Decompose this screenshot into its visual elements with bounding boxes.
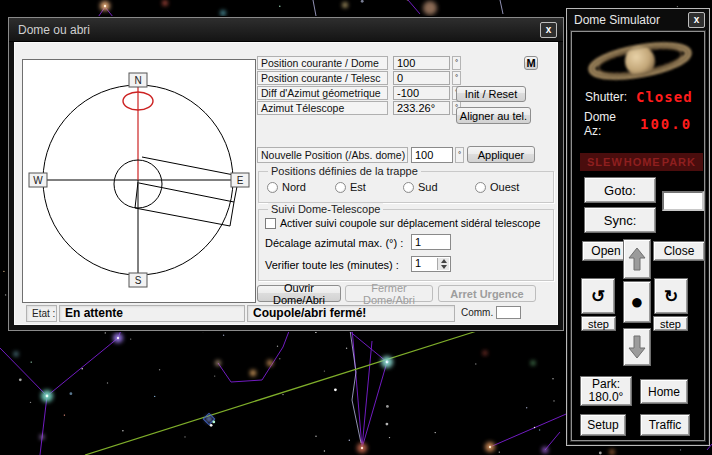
close-icon[interactable]: x — [540, 22, 557, 38]
row-value: -100 — [393, 86, 450, 100]
interval-label: Verifier toute les (minutes) : — [265, 258, 399, 273]
park-button[interactable]: Park: 180.0° — [580, 376, 632, 406]
comm-indicator — [496, 306, 521, 319]
home-button[interactable]: Home — [640, 379, 688, 404]
m-button[interactable]: M — [524, 56, 538, 70]
tracking-group-title: Suivi Dome-Telescope — [268, 203, 383, 215]
north-label: N — [134, 75, 141, 86]
spinner-down-icon[interactable] — [441, 265, 447, 269]
row-value: 0 — [393, 71, 450, 85]
tracking-checkbox-row[interactable]: Activer suivi coupole sur déplacement si… — [265, 217, 540, 229]
new-position-label: Nouvelle Position (/Abs. dome) — [257, 147, 408, 163]
trap-positions-group: Positions définies de la trappe Nord Est… — [258, 171, 554, 203]
rotate-ccw-icon: ↺ — [591, 288, 605, 305]
close-dome-button[interactable]: Fermer Dome/Abri — [345, 285, 433, 302]
radio-icon[interactable] — [475, 182, 486, 193]
dome-az-label-line1: Dome — [584, 110, 616, 124]
status-bar: Etat : En attente Coupole/abri fermé! Co… — [15, 305, 557, 322]
west-label: W — [33, 175, 43, 186]
new-position-unit: ° — [455, 147, 464, 163]
max-offset-label: Décalage azimutal max. (°) : — [265, 236, 403, 251]
rotate-ccw-button[interactable]: ↺ — [581, 278, 615, 314]
new-position-row: Nouvelle Position (/Abs. dome) ° — [257, 147, 464, 163]
dome-window-client: N S W E Position courante / Dome 100 ° P… — [14, 42, 558, 325]
status-value: En attente — [59, 305, 245, 322]
shutter-status-value: Closed — [636, 89, 693, 105]
position-row: Position courante / Dome 100 ° — [257, 56, 461, 70]
init-reset-button[interactable]: Init / Reset — [456, 86, 526, 102]
radio-label: Est — [350, 181, 366, 193]
azimuth-input[interactable] — [662, 191, 704, 211]
dome-compass-canvas[interactable]: N S W E — [22, 59, 256, 303]
stop-icon: ● — [630, 291, 643, 313]
row-value: 100 — [393, 56, 450, 70]
close-icon[interactable]: x — [688, 12, 705, 28]
rotate-cw-icon: ↻ — [664, 288, 678, 305]
row-label: Position courante / Telesc — [257, 71, 388, 85]
rotate-cw-button[interactable]: ↻ — [654, 278, 688, 314]
row-label: Position courante / Dome — [257, 56, 388, 70]
arrow-down-icon — [627, 334, 647, 360]
shutter-close-button[interactable]: Close — [653, 241, 705, 261]
interval-value: 1 — [415, 257, 421, 269]
home-indicator: HOME — [624, 156, 661, 168]
step-cw-button[interactable]: step — [653, 316, 688, 331]
radio-ouest[interactable]: Ouest — [475, 181, 519, 193]
simulator-titlebar[interactable]: Dome Simulator x — [567, 9, 709, 30]
radio-icon[interactable] — [267, 182, 278, 193]
interval-spinner[interactable] — [437, 258, 449, 270]
mode-indicator-bar: SLEW HOME PARK — [580, 153, 703, 171]
status-label: Etat : — [26, 305, 57, 322]
status-message: Coupole/abri fermé! — [247, 305, 455, 322]
radio-nord[interactable]: Nord — [267, 181, 306, 193]
max-offset-input[interactable] — [411, 234, 451, 250]
row-value: 233.26° — [393, 101, 450, 115]
comm-label: Comm. — [461, 305, 493, 322]
radio-icon[interactable] — [335, 182, 346, 193]
telescope-tube-lines — [135, 157, 239, 226]
radio-label: Sud — [418, 181, 438, 193]
radio-label: Nord — [282, 181, 306, 193]
park-button-line2: 180.0° — [589, 391, 624, 404]
simulator-frame: Shutter: Closed Dome Az: 100.0 SLEW HOME… — [571, 31, 705, 441]
park-indicator: PARK — [662, 156, 696, 168]
apply-button[interactable]: Appliquer — [467, 146, 535, 163]
dome-az-value: 100.0 — [640, 116, 692, 132]
dome-window-titlebar[interactable]: Dome ou abri x — [9, 18, 563, 42]
position-row: Azimut Télescope 233.26° ° — [257, 101, 461, 115]
east-label: E — [237, 175, 244, 186]
interval-input[interactable]: 1 — [411, 256, 451, 272]
goto-button[interactable]: Goto: — [584, 177, 656, 203]
row-unit: ° — [452, 56, 461, 70]
open-dome-button[interactable]: Ouvrir Dome/Abri — [257, 285, 341, 302]
dome-simulator-panel: Dome Simulator x Shutter: Closed Dome Az… — [566, 8, 710, 446]
saturn-image — [584, 38, 696, 84]
traffic-button[interactable]: Traffic — [640, 414, 690, 436]
emergency-stop-button[interactable]: Arret Urgence — [438, 285, 536, 302]
align-to-telescope-button[interactable]: Aligner au tel. — [456, 107, 531, 124]
radio-sud[interactable]: Sud — [403, 181, 438, 193]
dome-az-label-line2: Az: — [584, 124, 601, 138]
setup-button[interactable]: Setup — [580, 414, 626, 436]
tracking-group: Suivi Dome-Telescope Activer suivi coupo… — [258, 209, 554, 281]
dome-control-window: Dome ou abri x N S — [8, 17, 564, 331]
shutter-down-button[interactable] — [623, 328, 651, 366]
shutter-up-button[interactable] — [623, 239, 651, 279]
simulator-title: Dome Simulator — [574, 13, 660, 27]
checkbox-icon[interactable] — [265, 218, 276, 229]
new-position-input[interactable] — [411, 147, 453, 163]
sync-button[interactable]: Sync: — [584, 207, 656, 233]
spinner-up-icon[interactable] — [441, 259, 447, 263]
radio-label: Ouest — [490, 181, 519, 193]
slew-indicator: SLEW — [587, 156, 623, 168]
row-label: Diff d'Azimut géometrique — [257, 86, 388, 100]
step-ccw-button[interactable]: step — [581, 316, 616, 331]
position-row: Diff d'Azimut géometrique -100 ° — [257, 86, 461, 100]
south-label: S — [135, 275, 142, 286]
stop-button[interactable]: ● — [623, 281, 651, 323]
position-row: Position courante / Telesc 0 ° — [257, 71, 461, 85]
radio-icon[interactable] — [403, 182, 414, 193]
window-title: Dome ou abri — [18, 23, 90, 37]
radio-est[interactable]: Est — [335, 181, 366, 193]
arrow-up-icon — [627, 246, 647, 272]
